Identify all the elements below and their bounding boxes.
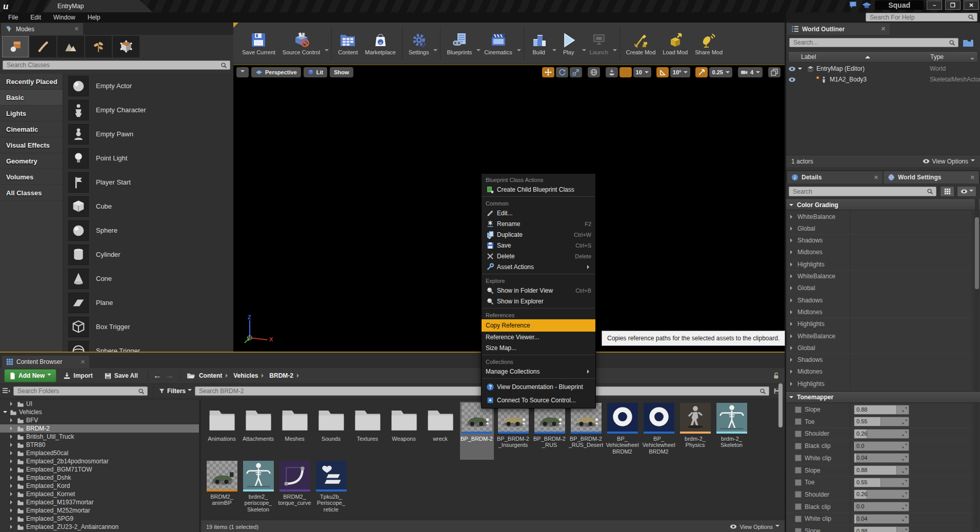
chevron-right-icon[interactable] [10, 467, 14, 472]
help-search-input[interactable] [869, 13, 968, 22]
numeric-input[interactable]: 0.88 [854, 526, 909, 532]
tab-world-settings[interactable]: World Settings ✕ [884, 171, 979, 183]
lit-mode-button[interactable]: Lit [304, 67, 327, 77]
asset-folder-wreck[interactable]: wreck [424, 402, 457, 460]
property-group-shadows[interactable]: Shadows [786, 235, 972, 247]
details-search[interactable] [789, 187, 936, 196]
asset-folder-textures[interactable]: Textures [351, 402, 385, 460]
chevron-down-icon[interactable] [476, 49, 481, 53]
section-color-grading[interactable]: Color Grading [786, 199, 980, 210]
share-mod-button[interactable]: Share Mod [691, 30, 726, 57]
property-group-global[interactable]: Global [786, 282, 972, 295]
folder-tree-item-emplaced-m1937mortar[interactable]: Emplaced_M1937mortar [0, 498, 199, 506]
folder-tree-item-emplaced-dshk[interactable]: Emplaced_Dshk [0, 474, 199, 482]
property-group-global[interactable]: Global [786, 222, 972, 235]
asset-bp-brdm-2-rus-desert[interactable]: BP_BRDM-2 _RUS_Desert [569, 402, 603, 460]
numeric-input[interactable]: 0.0 [854, 441, 909, 451]
property-group-highlights[interactable]: Highlights [786, 318, 972, 331]
asset-folder-meshes[interactable]: Meshes [278, 402, 312, 460]
lock-icon[interactable] [772, 372, 779, 380]
chevron-right-icon[interactable] [10, 492, 14, 496]
category-geometry[interactable]: Geometry [0, 153, 63, 169]
type-column[interactable]: Type [930, 53, 944, 60]
placeable-empty-pawn[interactable]: Empty Pawn [63, 122, 233, 146]
scale-snap-toggle[interactable] [695, 67, 708, 77]
property-group-midtones[interactable]: Midtones [786, 366, 972, 378]
menu-item-connect-to-source-control[interactable]: Connect To Source Control... [482, 394, 595, 407]
asset-bp-brdm-2-insurgents[interactable]: BP_BRDM-2 _Insurgents [496, 402, 530, 460]
asset-brdm2-animbp[interactable]: BRDM2_ animBP [205, 460, 239, 518]
property-group-midtones[interactable]: Midtones [786, 247, 972, 259]
placeable-cube[interactable]: Cube [63, 194, 233, 218]
play-button[interactable]: Play [556, 30, 581, 57]
property-matrix-button[interactable] [940, 186, 954, 197]
world-transform-button[interactable] [588, 67, 600, 77]
property-group-whitebalance[interactable]: WhiteBalance [786, 271, 972, 283]
load-mod-button[interactable]: Load Mod [659, 30, 691, 57]
chevron-down-icon[interactable] [798, 68, 802, 72]
asset-folder-animations[interactable]: Animations [205, 402, 239, 460]
property-group-shadows[interactable]: Shadows [786, 294, 972, 306]
asset-brdm-2-physics[interactable]: brdm-2_ Physics [678, 402, 712, 460]
import-button[interactable]: Import [58, 370, 97, 382]
mode-tool-paint[interactable] [30, 36, 56, 57]
close-icon[interactable]: ✕ [970, 174, 975, 181]
chevron-down-icon[interactable] [433, 49, 437, 53]
folder-tree-item-emplaced50cal[interactable]: Emplaced50cal [0, 449, 199, 457]
create-mod-button[interactable]: Create Mod [623, 30, 659, 57]
minimize-button[interactable]: – [927, 1, 942, 10]
menu-file[interactable]: File [2, 13, 24, 22]
save-current-button[interactable]: Save Current [238, 30, 279, 57]
property-group-highlights[interactable]: Highlights [786, 378, 972, 390]
drag-handle-icon[interactable] [901, 527, 908, 532]
property-checkbox[interactable] [795, 491, 802, 498]
chevron-down-icon[interactable] [325, 49, 329, 53]
asset-folder-weapons[interactable]: Weapons [387, 402, 421, 460]
chevron-right-icon[interactable] [790, 310, 794, 314]
drag-handle-icon[interactable] [901, 515, 908, 523]
property-checkbox[interactable] [795, 528, 802, 532]
placeable-sphere-trigger[interactable]: Sphere Trigger [63, 339, 233, 352]
asset-brdm2-torque-curve[interactable]: BRDM2_ torque_curve [278, 460, 312, 518]
close-button[interactable]: ✕ [964, 1, 979, 10]
breadcrumb-vehicles[interactable]: Vehicles [232, 372, 259, 379]
drag-handle-icon[interactable] [901, 454, 908, 462]
drag-handle-icon[interactable] [901, 503, 908, 510]
placeable-sphere[interactable]: Sphere [63, 218, 233, 242]
maximize-viewport-button[interactable] [768, 67, 781, 77]
category-visual-effects[interactable]: Visual Effects [0, 137, 63, 153]
grid-snap-value[interactable]: 10 [633, 67, 651, 77]
launch-button[interactable]: Launch [586, 30, 612, 57]
details-scrollbar-thumb[interactable] [975, 217, 979, 289]
folder-tree-item-btr80[interactable]: BTR80 [0, 441, 199, 449]
chevron-right-icon[interactable] [790, 358, 794, 362]
blueprints-button[interactable]: Blueprints [443, 30, 475, 57]
folder-tree-item-emplaced-kord[interactable]: Emplaced_Kord [0, 482, 199, 490]
back-button[interactable]: ← [153, 371, 162, 380]
forward-button[interactable]: → [166, 371, 174, 380]
placeable-box-trigger[interactable]: Box Trigger [63, 315, 233, 339]
asset-bp-vehiclewheel-brdm2[interactable]: BP_ Vehiclewheel BRDM2 [606, 402, 639, 460]
mode-tool-landscape[interactable] [57, 36, 84, 57]
rotation-snap-toggle[interactable] [656, 67, 669, 77]
content-browser-tab[interactable]: Content Browser ✕ [2, 356, 89, 368]
viewport-options-button[interactable] [236, 67, 249, 77]
menu-item-rename[interactable]: RenameF2 [482, 218, 595, 229]
new-folder-icon[interactable] [963, 38, 974, 47]
menu-item-reference-viewer[interactable]: Reference Viewer... [482, 332, 595, 342]
folder-tree-item-emplaced-2b14podnosmortar[interactable]: Emplaced_2b14podnosmortar [0, 457, 199, 465]
breadcrumb-brdm-2[interactable]: BRDM-2 [268, 372, 295, 379]
folder-tree-item-emplaced-bgm71tow[interactable]: Emplaced_BGM71TOW [0, 465, 199, 474]
placeable-plane[interactable]: Plane [63, 291, 233, 315]
chevron-right-icon[interactable] [790, 346, 794, 350]
view-options-button[interactable]: View Options [730, 524, 779, 530]
drag-handle-icon[interactable] [901, 430, 908, 438]
chevron-right-icon[interactable] [10, 508, 14, 513]
folder-tree-item-bfv[interactable]: BFV [0, 416, 199, 424]
menu-item-size-map[interactable]: Size Map... [482, 342, 595, 353]
menu-item-copy-reference[interactable]: Copy Reference [482, 319, 595, 332]
chevron-right-icon[interactable] [790, 274, 794, 278]
category-all-classes[interactable]: All Classes [0, 185, 63, 201]
property-checkbox[interactable] [795, 418, 802, 425]
menu-item-show-in-explorer[interactable]: Show in Explorer [482, 296, 595, 306]
